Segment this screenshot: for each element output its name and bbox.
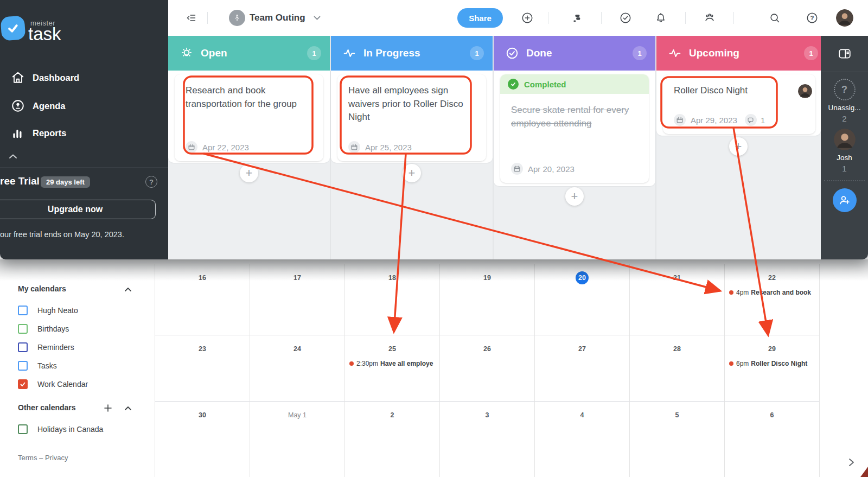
calendar-cell-today[interactable]: 20: [534, 264, 629, 335]
column-header-done[interactable]: Done 1: [494, 36, 655, 71]
check-circle-icon: [506, 47, 519, 60]
upgrade-now-button[interactable]: Upgrade now: [0, 200, 156, 219]
column-count-badge: 1: [307, 46, 321, 60]
share-button[interactable]: Share: [457, 8, 503, 28]
trial-help-icon[interactable]: ?: [145, 176, 157, 188]
event-time: 4pm: [736, 289, 749, 296]
checkbox-hugh-neato[interactable]: [18, 306, 28, 315]
checkbox-birthdays[interactable]: [18, 324, 28, 334]
calendar-cell[interactable]: 5: [629, 401, 724, 477]
column-title: In Progress: [363, 47, 420, 59]
member-unassigned[interactable]: ? Unassig... 2: [821, 79, 868, 123]
toggle-members-panel[interactable]: [821, 36, 868, 72]
task-card-sign-waivers[interactable]: Have all employees sign waivers prior to…: [337, 74, 486, 161]
notifications-bell-icon[interactable]: [655, 12, 667, 24]
invite-member-button[interactable]: [833, 188, 857, 212]
project-avatar-rocket-icon[interactable]: [229, 10, 245, 26]
calendar-cell[interactable]: 2: [344, 401, 439, 477]
completed-banner: Completed: [500, 74, 649, 94]
calendar-item-tasks[interactable]: Tasks: [18, 359, 57, 373]
timeline-icon[interactable]: [571, 12, 583, 24]
calendar-cell[interactable]: 28: [629, 335, 724, 401]
checkbox-tasks[interactable]: [18, 361, 28, 371]
add-plus-circle-icon[interactable]: [521, 12, 533, 24]
calendar-cell[interactable]: 25 2:30pm Have all employe: [344, 335, 439, 401]
checkbox-reminders[interactable]: [18, 342, 28, 352]
sidebar-item-agenda[interactable]: Agenda: [11, 98, 66, 114]
column-header-open[interactable]: Open 1: [168, 36, 330, 71]
user-avatar[interactable]: [836, 9, 853, 27]
calendar-item-hugh-neato[interactable]: Hugh Neato: [18, 303, 78, 317]
calendar-item-label: Holidays in Canada: [37, 425, 103, 434]
add-task-button-in-progress[interactable]: +: [403, 164, 421, 182]
collapse-other-calendars-icon[interactable]: [124, 404, 132, 413]
topbar-divider: [601, 12, 602, 24]
calendar-item-work-calendar[interactable]: Work Calendar: [18, 377, 88, 391]
calendar-cell[interactable]: 21: [629, 264, 724, 335]
calendar-cell[interactable]: May 1: [250, 401, 344, 477]
my-tasks-check-icon[interactable]: [620, 12, 631, 24]
project-chevron-down-icon[interactable]: [314, 16, 321, 21]
member-task-count: 1: [821, 164, 868, 173]
meistertask-logo[interactable]: [1, 16, 26, 41]
search-icon[interactable]: [769, 12, 781, 24]
event-title: Research and book: [751, 289, 811, 296]
member-avatar: [834, 129, 856, 150]
task-card-roller-disco-night[interactable]: Roller Disco Night Apr 29, 2023 1: [663, 74, 815, 134]
calendar-icon: [674, 114, 686, 126]
collapse-sidebar-icon[interactable]: [186, 12, 197, 24]
checkbox-work-calendar[interactable]: [18, 379, 28, 389]
sidebar-item-reports[interactable]: Reports: [11, 125, 66, 141]
collapse-my-calendars-icon[interactable]: [124, 285, 132, 294]
calendar-cell[interactable]: 6: [724, 401, 819, 477]
calendar-cell[interactable]: 29 6pm Roller Disco Night: [724, 335, 819, 401]
calendar-item-reminders[interactable]: Reminders: [18, 340, 74, 354]
assignee-avatar[interactable]: [798, 84, 812, 98]
column-header-in-progress[interactable]: In Progress 1: [331, 36, 493, 71]
task-card-skate-rental[interactable]: Completed Secure skate rental for every …: [500, 74, 649, 183]
project-title[interactable]: Team Outing: [250, 0, 305, 36]
column-title: Upcoming: [689, 47, 739, 59]
calendar-item-holidays-canada[interactable]: Holidays in Canada: [18, 422, 103, 436]
help-icon[interactable]: ?: [806, 12, 818, 24]
column-header-upcoming[interactable]: Upcoming 1: [656, 36, 821, 71]
calendar-cell[interactable]: 22 4pm Research and book: [724, 264, 819, 335]
logo-check-icon: [5, 21, 21, 36]
calendar-cell[interactable]: 24: [250, 335, 344, 401]
team-members-icon[interactable]: [704, 12, 716, 24]
calendar-cell[interactable]: 26: [439, 335, 534, 401]
date-label: 18: [388, 274, 396, 282]
date-label: 5: [675, 411, 679, 419]
date-label: 2: [391, 411, 394, 419]
calendar-cell[interactable]: 16: [155, 264, 250, 335]
calendar-cell[interactable]: 3: [439, 401, 534, 477]
add-task-button-open[interactable]: +: [240, 164, 258, 182]
member-josh[interactable]: Josh 1: [821, 129, 868, 173]
calendar-item-birthdays[interactable]: Birthdays: [18, 322, 69, 336]
card-due-date: Apr 29, 2023 1: [674, 114, 765, 126]
add-task-button-upcoming[interactable]: +: [729, 137, 748, 156]
next-month-chevron-icon[interactable]: [846, 457, 856, 467]
checkbox-holidays-canada[interactable]: [18, 424, 28, 434]
calendar-cell[interactable]: 17: [250, 264, 344, 335]
task-card-research-transportation[interactable]: Research and book transportation for the…: [175, 74, 323, 161]
meistertask-window: meister task Dashboard Agenda Reports re…: [0, 0, 868, 259]
privacy-link[interactable]: Privacy: [45, 454, 68, 462]
calendar-cell[interactable]: 23: [155, 335, 250, 401]
calendar-event-roller-disco[interactable]: 6pm Roller Disco Night: [729, 360, 818, 367]
date-label: 24: [293, 345, 301, 353]
calendar-event-research[interactable]: 4pm Research and book: [729, 289, 818, 296]
terms-link[interactable]: Terms: [18, 454, 37, 462]
calendar-cell[interactable]: 18: [344, 264, 439, 335]
add-task-button-done[interactable]: +: [565, 187, 584, 206]
calendar-event-waivers[interactable]: 2:30pm Have all employe: [349, 360, 438, 367]
add-calendar-icon[interactable]: [103, 403, 113, 413]
completed-label: Completed: [524, 80, 566, 89]
calendar-cell[interactable]: 4: [534, 401, 629, 477]
sidebar-collapse-chevron-icon[interactable]: [9, 154, 17, 159]
calendar-cell[interactable]: 27: [534, 335, 629, 401]
card-title: Secure skate rental for every employee a…: [511, 104, 638, 130]
calendar-cell[interactable]: 30: [155, 401, 250, 477]
calendar-cell[interactable]: 19: [439, 264, 534, 335]
sidebar-item-dashboard[interactable]: Dashboard: [11, 69, 79, 86]
